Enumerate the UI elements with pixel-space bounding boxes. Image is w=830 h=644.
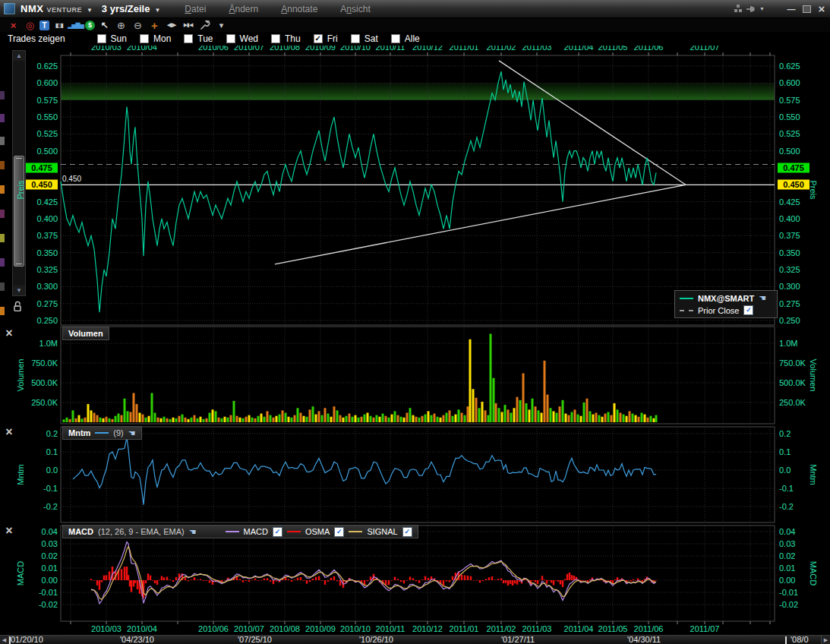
day-label: Alle (405, 33, 420, 44)
symbol-label: NMX (21, 3, 43, 14)
collapse-horizontal-icon[interactable] (181, 20, 195, 31)
osma-line-sample (287, 531, 301, 532)
maximize-button[interactable] (800, 3, 813, 15)
osma-series-checkbox[interactable] (334, 527, 344, 537)
volume-bars (63, 334, 658, 422)
weekday-checkboxes: SunMonTueWedThuFriSatAlle (97, 33, 433, 44)
scroll-left-button[interactable] (0, 636, 9, 644)
scroll-up-button[interactable] (13, 51, 25, 61)
pointer-icon[interactable] (97, 20, 112, 31)
close-macd-panel-button[interactable] (4, 526, 14, 536)
menu-ändern[interactable]: Ändern (229, 4, 258, 14)
menu-bar: DateiÄndernAnnotateAnsicht (185, 4, 393, 14)
app-icon (4, 3, 15, 14)
signal-series-checkbox[interactable] (402, 527, 412, 537)
zoom-out-icon[interactable] (131, 20, 145, 31)
price-line-sample (680, 298, 693, 299)
text-tool-icon[interactable] (39, 21, 49, 30)
drag-handle-icon[interactable] (128, 428, 136, 438)
crosshair-target-icon[interactable] (23, 20, 37, 31)
price-series-line (61, 71, 656, 312)
menu-ansicht[interactable]: Ansicht (340, 4, 370, 14)
drag-handle-icon[interactable] (759, 293, 766, 303)
symbol-selector[interactable]: NMXVENTURE (21, 3, 97, 14)
day-filter-sun[interactable]: Sun (97, 33, 127, 44)
signal-line (91, 547, 656, 600)
trades-filter-row: Trades zeigen SunMonTueWedThuFriSatAlle (0, 32, 830, 46)
layout-grid-icon[interactable] (729, 3, 743, 15)
more-dropdown-icon[interactable] (214, 20, 229, 31)
macd-series-label: MACD (244, 527, 268, 536)
mntm-panel-title: Mntm (68, 428, 90, 437)
bar-chart-icon[interactable] (68, 20, 83, 31)
prior-close-checkbox[interactable] (743, 305, 753, 315)
day-checkbox-tue[interactable] (184, 34, 193, 43)
title-bar: NMXVENTURE 3 yrs/Zeile DateiÄndernAnnota… (0, 0, 830, 18)
volume-panel-title: Volumen (68, 329, 103, 338)
chart-window: Volumen Mntm (9) MACD (12, 26, 9 - EMA, … (0, 0, 830, 644)
macd-line (91, 542, 656, 605)
lock-icon[interactable] (13, 301, 22, 315)
macd-series-checkbox[interactable] (273, 527, 282, 537)
day-label: Mon (153, 33, 171, 44)
symbol-dropdown-caret[interactable] (87, 7, 93, 14)
scroll-down-button[interactable] (13, 286, 25, 295)
drag-handle-icon[interactable] (189, 527, 197, 537)
day-checkbox-thu[interactable] (271, 34, 280, 43)
zoom-in-icon[interactable] (114, 20, 128, 31)
scroll-right-button[interactable] (821, 636, 830, 644)
vertical-scrollbar-thumb[interactable] (14, 156, 24, 267)
dollar-icon[interactable] (85, 21, 95, 30)
vertical-scrollbar[interactable] (12, 50, 26, 296)
momentum-line (73, 437, 656, 505)
series-legend: NMX@SMART Prior Close (674, 290, 778, 318)
day-filter-mon[interactable]: Mon (140, 33, 171, 44)
pin-icon[interactable] (744, 3, 758, 15)
day-label: Tue (197, 33, 213, 44)
candlestick-chart-icon[interactable] (52, 20, 66, 31)
day-filter-wed[interactable]: Wed (226, 33, 258, 44)
chart-canvas (0, 0, 830, 644)
day-checkbox-sat[interactable] (351, 34, 360, 43)
crosshair-icon[interactable] (147, 20, 162, 31)
day-label: Sat (365, 33, 378, 44)
day-filter-sat[interactable]: Sat (351, 33, 378, 44)
scroll-range-start-mark (9, 636, 11, 644)
close-volume-panel-button[interactable] (4, 328, 14, 339)
day-filter-alle[interactable]: Alle (391, 33, 420, 44)
price-series-label: NMX@SMART (698, 294, 754, 303)
resistance-band (61, 83, 775, 99)
scroll-range-end-mark (785, 636, 787, 644)
day-filter-thu[interactable]: Thu (271, 33, 301, 44)
prior-close-line-sample (680, 310, 693, 311)
day-filter-fri[interactable]: Fri (314, 33, 338, 44)
day-label: Sun (111, 33, 127, 44)
mntm-panel-tab[interactable]: Mntm (9) (62, 426, 142, 440)
timeframe-dropdown[interactable]: 3 yrs/Zeile (102, 3, 166, 14)
prior-close-label: Prior Close (698, 306, 739, 315)
day-checkbox-wed[interactable] (226, 34, 235, 43)
pin-dropdown-caret[interactable] (759, 6, 765, 11)
settings-wrench-icon[interactable] (197, 20, 212, 31)
timeframe-dropdown-caret[interactable] (154, 7, 160, 14)
close-mntm-panel-button[interactable] (4, 427, 14, 437)
day-label: Wed (240, 33, 258, 44)
delete-annotation-icon[interactable] (6, 20, 21, 31)
macd-line-sample (226, 531, 239, 532)
horizontal-scrollbar[interactable] (0, 635, 830, 644)
timeframe-label: 3 yrs/Zeile (102, 3, 150, 14)
day-filter-tue[interactable]: Tue (184, 33, 213, 44)
day-checkbox-alle[interactable] (391, 34, 400, 43)
minimize-button[interactable] (784, 3, 798, 15)
signal-line-sample (349, 531, 362, 532)
day-checkbox-sun[interactable] (97, 34, 106, 43)
day-checkbox-fri[interactable] (314, 34, 323, 43)
trades-filter-label: Trades zeigen (8, 33, 65, 44)
day-checkbox-mon[interactable] (140, 34, 149, 43)
menu-annotate[interactable]: Annotate (281, 4, 317, 14)
expand-horizontal-icon[interactable] (164, 20, 178, 31)
menu-datei[interactable]: Datei (185, 4, 206, 14)
macd-panel-tab[interactable]: MACD (12, 26, 9 - EMA, EMA) MACD OSMA SI… (62, 525, 418, 538)
volume-panel-tab[interactable]: Volumen (62, 327, 109, 340)
close-button[interactable] (815, 3, 828, 15)
